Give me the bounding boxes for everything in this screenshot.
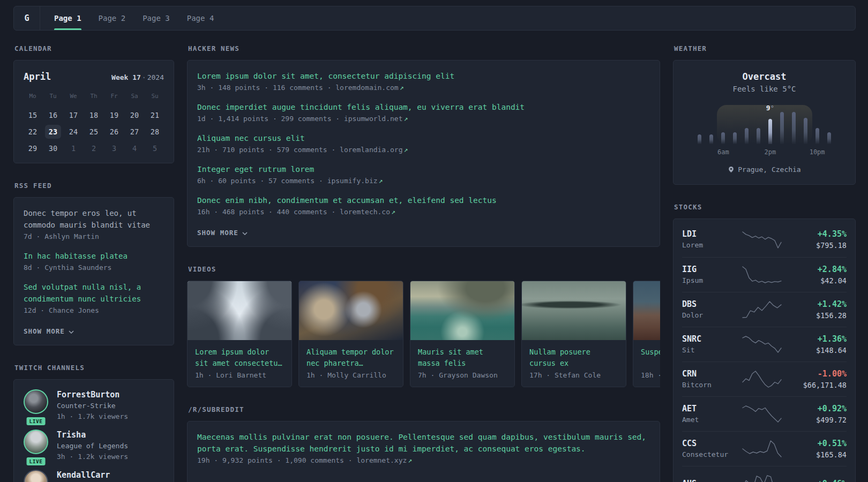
- weather-feels-like: Feels like 5°C: [684, 85, 844, 93]
- hackernews-item-title[interactable]: Donec enim nibh, condimentum et accumsan…: [197, 194, 650, 206]
- hackernews-item-title[interactable]: Donec imperdiet augue tincidunt felis al…: [197, 101, 650, 113]
- calendar-day: 5: [147, 141, 163, 155]
- calendar-day: 25: [86, 125, 102, 139]
- hackernews-item-title[interactable]: Integer eget rutrum lorem: [197, 163, 650, 175]
- location-pin-icon: [728, 166, 735, 173]
- middle-column: HACKER NEWS Lorem ipsum dolor sit amet, …: [187, 31, 660, 482]
- live-badge: LIVE: [26, 456, 47, 466]
- avatar: LIVE: [24, 470, 48, 482]
- weather-bar: [698, 134, 701, 144]
- video-title[interactable]: Lorem ipsum dolor sit amet consectetu…: [195, 347, 284, 369]
- video-card[interactable]: Suspendisse diam 18h · Tara: [633, 281, 660, 387]
- stocks-section: STOCKS LDI Lorem +4.35% $795.18 IIG Ipsu…: [673, 203, 856, 482]
- video-title[interactable]: Suspendisse diam: [641, 347, 660, 369]
- section-title-calendar: CALENDAR: [14, 44, 174, 52]
- section-title-videos: VIDEOS: [188, 265, 660, 273]
- video-card[interactable]: Aliquam tempor dolor nec pharetra… 1h · …: [298, 281, 403, 387]
- stock-row[interactable]: AET Amet +0.92% $499.72: [682, 396, 847, 431]
- stock-symbol: IIG: [682, 264, 735, 275]
- videos-carousel: Lorem ipsum dolor sit amet consectetu… 1…: [187, 281, 660, 387]
- stock-sparkline: [735, 440, 789, 458]
- stock-row[interactable]: AHS +0.46%: [682, 466, 847, 482]
- hackernews-item-title[interactable]: Aliquam nec cursus elit: [197, 132, 650, 144]
- stock-price: $499.72: [789, 415, 847, 425]
- weather-bar: [768, 119, 772, 144]
- video-card[interactable]: Mauris sit amet massa felis 7h · Grayson…: [410, 281, 515, 387]
- rss-item: Sed volutpat nulla nisl, a condimentum n…: [24, 281, 164, 317]
- stock-change: -1.00%: [789, 368, 847, 380]
- weather-bar: [757, 128, 760, 144]
- stock-row[interactable]: DBS Dolor +1.42% $156.28: [682, 292, 847, 327]
- subreddit-post: Maecenas mollis pulvinar erat non posuer…: [197, 431, 650, 466]
- hackernews-item: Donec enim nibh, condimentum et accumsan…: [197, 194, 650, 218]
- hackernews-section: HACKER NEWS Lorem ipsum dolor sit amet, …: [187, 44, 660, 247]
- page-tab[interactable]: Page 3: [143, 6, 170, 30]
- stock-name: Ipsum: [682, 275, 735, 286]
- weekday-row: Mo Tu We Th Fr Sa Su: [23, 89, 165, 101]
- weekday-label: Tu: [43, 89, 63, 101]
- channel-name[interactable]: KendallCarr: [57, 470, 110, 481]
- channel-name[interactable]: Trisha: [57, 430, 128, 441]
- external-link-icon[interactable]: ↗: [404, 115, 408, 123]
- page-tabs: Page 1 Page 2 Page 3 Page 4: [40, 6, 214, 30]
- rss-item-title[interactable]: In hac habitasse platea: [24, 250, 164, 262]
- hackernews-item: Donec imperdiet augue tincidunt felis al…: [197, 101, 650, 125]
- calendar-day: 19: [106, 108, 122, 122]
- video-thumbnail[interactable]: [633, 281, 660, 340]
- twitch-channel[interactable]: LIVE Trisha League of Legends 3h · 1.2k …: [24, 430, 164, 462]
- calendar-day: 2: [86, 141, 102, 155]
- weekday-label: Mo: [23, 89, 43, 101]
- calendar-day: 21: [147, 108, 163, 122]
- video-thumbnail[interactable]: [522, 281, 626, 340]
- left-column: CALENDAR April Week 17·2024 Mo Tu We Th …: [13, 31, 174, 482]
- video-thumbnail[interactable]: [188, 281, 291, 340]
- weather-location: Prague, Czechia: [738, 165, 800, 174]
- twitch-channel[interactable]: LIVE KendallCarr: [24, 470, 164, 482]
- subreddit-widget: Maecenas mollis pulvinar erat non posuer…: [187, 421, 660, 482]
- calendar-day: 27: [126, 125, 143, 139]
- app-logo[interactable]: G: [14, 6, 40, 30]
- channel-name[interactable]: ForrestBurton: [57, 389, 128, 401]
- external-link-icon[interactable]: ↗: [404, 146, 408, 154]
- hackernews-show-more-button[interactable]: SHOW MORE: [197, 229, 248, 237]
- weather-bar: [804, 118, 807, 144]
- stock-row[interactable]: CCS Consectetur +0.51% $165.84: [682, 431, 847, 466]
- hackernews-item-meta: 1d · 1,414 points · 299 comments · ipsum…: [197, 113, 650, 125]
- video-card[interactable]: Lorem ipsum dolor sit amet consectetu… 1…: [187, 281, 292, 387]
- weather-bar: [733, 132, 737, 144]
- subreddit-post-title[interactable]: Maecenas mollis pulvinar erat non posuer…: [197, 431, 650, 455]
- external-link-icon[interactable]: ↗: [391, 208, 395, 216]
- rss-item: In hac habitasse platea 8d · Cynthia Sau…: [24, 250, 164, 274]
- external-link-icon[interactable]: ↗: [408, 456, 412, 464]
- video-thumbnail[interactable]: [299, 281, 403, 340]
- video-card[interactable]: Nullam posuere cursus ex 17h · Stefan Co…: [521, 281, 626, 387]
- stock-row[interactable]: IIG Ipsum +2.84% $42.04: [682, 257, 847, 292]
- rss-item-title[interactable]: Donec tempor eros leo, ut commodo mauris…: [24, 207, 164, 231]
- video-title[interactable]: Nullam posuere cursus ex: [529, 347, 618, 369]
- page-tab[interactable]: Page 2: [99, 6, 126, 30]
- stock-sparkline: [735, 231, 789, 249]
- rss-show-more-button[interactable]: SHOW MORE: [24, 327, 74, 335]
- page-tab[interactable]: Page 4: [187, 6, 214, 30]
- weather-hour-label: 10pm: [810, 148, 825, 156]
- external-link-icon[interactable]: ↗: [400, 84, 404, 92]
- external-link-icon[interactable]: ↗: [379, 177, 383, 185]
- stock-price: $795.18: [789, 240, 847, 251]
- chevron-down-icon: [69, 327, 74, 335]
- weather-bar: [780, 112, 784, 144]
- stock-change: +0.92%: [789, 403, 847, 415]
- page-tab[interactable]: Page 1: [54, 6, 81, 30]
- hackernews-widget: Lorem ipsum dolor sit amet, consectetur …: [187, 60, 660, 247]
- stock-row[interactable]: CRN Bitcorn -1.00% $66,171.48: [682, 362, 847, 396]
- stock-row[interactable]: SNRC Sit +1.36% $148.64: [682, 327, 847, 362]
- rss-item-title[interactable]: Sed volutpat nulla nisl, a condimentum n…: [24, 281, 164, 305]
- video-thumbnail[interactable]: [410, 281, 514, 340]
- calendar-grid: 15 16 17 18 19 20 21 22 23 24 25 26 27 2…: [23, 108, 165, 155]
- stock-row[interactable]: LDI Lorem +4.35% $795.18: [682, 222, 847, 257]
- video-title[interactable]: Mauris sit amet massa felis: [418, 347, 507, 369]
- twitch-channel[interactable]: LIVE ForrestBurton Counter-Strike 1h · 1…: [24, 389, 164, 422]
- subreddit-section: /R/SUBREDDIT Maecenas mollis pulvinar er…: [187, 405, 660, 482]
- video-title[interactable]: Aliquam tempor dolor nec pharetra…: [306, 347, 395, 369]
- hackernews-item-title[interactable]: Lorem ipsum dolor sit amet, consectetur …: [197, 70, 650, 82]
- videos-section: VIDEOS Lorem ipsum dolor sit amet consec…: [187, 265, 660, 387]
